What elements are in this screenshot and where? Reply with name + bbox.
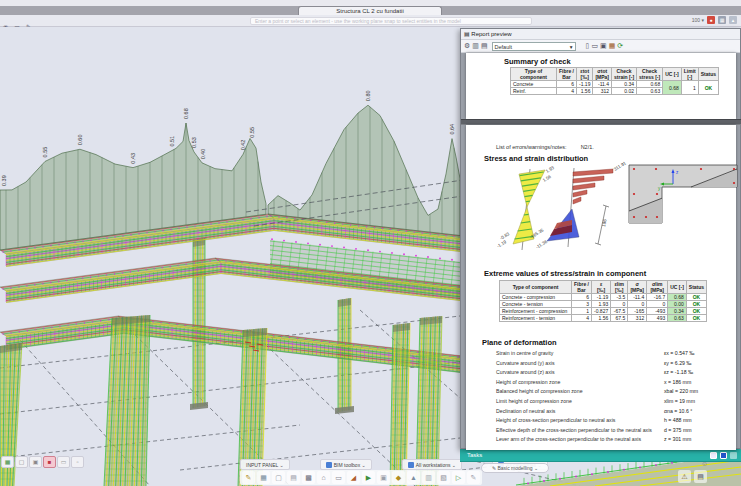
uc-cell: 0.68 xyxy=(663,81,682,95)
record-active-icon[interactable]: ■ xyxy=(43,456,56,468)
table-cell: Concrete xyxy=(511,81,557,88)
table-cell: -67.5 xyxy=(611,308,628,315)
table-cell: -11.4 xyxy=(628,294,647,301)
plane-label: Limit height of compression zone xyxy=(496,398,572,408)
pages-icon[interactable]: ▥ xyxy=(472,41,479,51)
table-cell: 0.34 xyxy=(612,81,637,88)
unity-check-label: 0.40 xyxy=(200,149,206,160)
dock-icon[interactable] xyxy=(710,452,717,459)
report-toolbar: ⚙ ▥ ▤ Default▾ ▯ ▭ ▣ ▦ ⟳ xyxy=(461,40,740,53)
unity-check-label: 0.39 xyxy=(1,175,7,186)
tool-icon-1[interactable]: ▦ xyxy=(257,471,270,484)
limit-cell: 1 xyxy=(681,81,698,95)
plane-heading: Plane of deformation xyxy=(482,338,557,347)
plane-value: αna = 10.6 ° xyxy=(664,408,728,418)
full-page-icon[interactable]: ▣ xyxy=(600,41,607,51)
user-icon[interactable]: ▴ xyxy=(729,16,737,24)
input-panel-group-0[interactable]: INPUT PANEL ⌄ xyxy=(240,459,290,470)
plane-label: Curvature around (z) axis xyxy=(496,369,555,379)
tool-icon-3[interactable]: ▤ xyxy=(287,471,300,484)
tool-icon-12[interactable]: ▥ xyxy=(422,471,435,484)
layout-icon[interactable]: ▦ xyxy=(718,16,726,24)
tool-icon-4[interactable]: ▩ xyxy=(302,471,315,484)
table-header: UC [-] xyxy=(663,68,682,81)
tool-icon-15[interactable]: ✎ xyxy=(467,471,480,484)
table-cell: -3.5 xyxy=(611,294,628,301)
plane-label: Height of cross-section perpendicular to… xyxy=(496,417,615,427)
table-cell: 0.34 xyxy=(668,308,687,315)
unity-check-label: 0.42 xyxy=(240,140,246,151)
table-cell: OK xyxy=(686,308,706,315)
tool-icon-6[interactable]: ▭ xyxy=(332,471,345,484)
report-panel-header[interactable]: ▤ Report preview xyxy=(461,29,740,40)
table-header: UC [-] xyxy=(668,281,687,294)
input-panel-right: ⚠ ▤ xyxy=(678,470,707,483)
box-icon[interactable]: ▫ xyxy=(71,456,84,468)
image-icon[interactable]: ▦ xyxy=(609,41,616,51)
tool-icon-10[interactable]: ◆ xyxy=(392,471,405,484)
refresh-icon[interactable]: ⟳ xyxy=(617,41,623,51)
command-hint-bar[interactable]: Enter a point or select an element - use… xyxy=(250,17,532,25)
pin-icon[interactable] xyxy=(720,452,727,459)
tool-icon-13[interactable]: ▧ xyxy=(437,471,450,484)
input-panel-group-1[interactable]: BIM toolbox ⌄ xyxy=(320,459,372,470)
fit-page-icon[interactable]: ▯ xyxy=(586,41,590,51)
more-icon[interactable] xyxy=(730,452,737,459)
table-cell: 312 xyxy=(593,88,612,95)
table-header: Fibre /Bar xyxy=(557,68,577,81)
basic-modelling-button[interactable]: ✎ Basic modelling ⌄ xyxy=(481,463,549,473)
tool-icon-2[interactable]: ▢ xyxy=(272,471,285,484)
extreme-heading: Extreme values of stress/strain in compo… xyxy=(484,269,646,278)
unity-check-label: 0.55 xyxy=(249,127,255,138)
tool-icon-7[interactable]: ◢ xyxy=(347,471,360,484)
table-cell: 0 xyxy=(647,301,668,308)
tool-icon-5[interactable]: ⌂ xyxy=(317,471,330,484)
table-cell: Reinforcement - tension xyxy=(500,315,572,322)
zoom-level[interactable]: 100 ▾ xyxy=(692,17,704,23)
table-cell: 312 xyxy=(628,315,647,322)
print-icon[interactable]: ▤ xyxy=(481,41,488,51)
frame-icon[interactable]: ▭ xyxy=(57,456,70,468)
pan-icon[interactable]: ▢ xyxy=(15,456,28,468)
group-icon xyxy=(326,462,332,468)
input-panel-icons: ✎▦▢▤▩⌂▭◢▶▣◆▲▥▧▷✎ xyxy=(240,470,482,485)
tool-icon-0[interactable]: ✎ xyxy=(242,471,255,484)
grid-view-icon[interactable]: ▦ xyxy=(1,456,14,468)
plane-label: Height of compression zone xyxy=(496,379,560,389)
plane-label: Strain in centre of gravity xyxy=(496,350,553,360)
table-cell: 493 xyxy=(647,315,668,322)
unity-check-label: 0.60 xyxy=(77,135,83,146)
table-cell: Reinf. xyxy=(511,88,557,95)
tool-icon-11[interactable]: ▲ xyxy=(407,471,420,484)
plane-label: Curvature around (y) axis xyxy=(496,360,555,370)
fit-width-icon[interactable]: ▭ xyxy=(591,41,598,51)
summary-table: Type ofcomponentFibre /Barεtot[‰]σtot[MP… xyxy=(510,67,719,95)
settings-icon[interactable]: ⚙ xyxy=(464,41,470,51)
report-page-1: Summary of check Type ofcomponentFibre /… xyxy=(466,53,736,119)
table-cell: 67.5 xyxy=(611,315,628,322)
tool-icon-14[interactable]: ▷ xyxy=(452,471,465,484)
tool-icon-8[interactable]: ▶ xyxy=(362,471,375,484)
table-header: Status xyxy=(698,68,718,81)
book-icon[interactable]: ▤ xyxy=(694,470,707,483)
table-header: εlim[‰] xyxy=(611,281,628,294)
stress-heading: Stress and strain distribution xyxy=(484,154,588,163)
table-header: σ[MPa] xyxy=(628,281,647,294)
plane-value: εz = -1.18 ‰ xyxy=(664,369,728,379)
doc-icon[interactable]: ▣ xyxy=(29,456,42,468)
input-panel-group-2[interactable]: All workstations ⌄ xyxy=(402,459,462,470)
table-cell: 0.63 xyxy=(637,88,663,95)
tool-icon-9[interactable]: ▣ xyxy=(377,471,390,484)
table-header: σlim[MPa] xyxy=(647,281,668,294)
table-cell: 3 xyxy=(572,301,592,308)
plane-list: Strain in centre of gravityεx = 0.547 ‰C… xyxy=(496,350,728,446)
warning-icon[interactable]: ⚠ xyxy=(678,470,691,483)
template-combobox[interactable]: Default▾ xyxy=(492,42,576,51)
table-cell: 0.63 xyxy=(668,315,687,322)
unity-check-label: 0.53 xyxy=(191,137,197,148)
tasks-bar[interactable]: Tasks xyxy=(460,449,741,462)
table-header: Limit[-] xyxy=(681,68,698,81)
table-header: Checkstrain [-] xyxy=(612,68,637,81)
tasks-label: Tasks xyxy=(467,452,482,458)
record-icon[interactable]: ● xyxy=(707,16,715,24)
